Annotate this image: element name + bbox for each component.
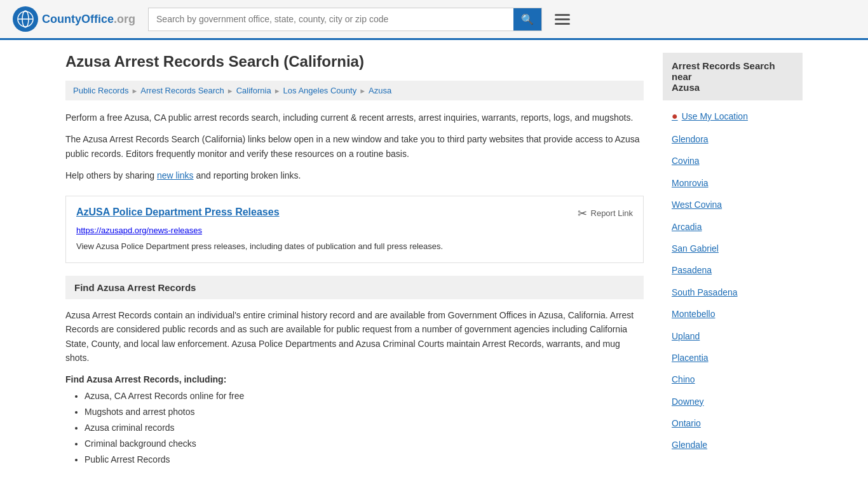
logo-text: CountyOffice.org	[42, 13, 135, 26]
sidebar-link-item[interactable]: Glendora	[663, 128, 803, 150]
description-para1: Perform a free Azusa, CA public arrest r…	[65, 111, 644, 125]
sidebar-link-item[interactable]: Covina	[663, 150, 803, 172]
description-para3-suffix: and reporting broken links.	[194, 170, 301, 180]
sidebar-link-item[interactable]: San Gabriel	[663, 238, 803, 259]
record-card: AzUSA Police Department Press Releases ✂…	[65, 196, 644, 264]
record-card-url-link[interactable]: https://azusapd.org/news-releases	[76, 226, 202, 235]
sidebar-link-item[interactable]: Placentia	[663, 347, 803, 369]
list-item: Public Arrest Records	[85, 453, 644, 466]
sidebar-header: Arrest Records Search near Azusa	[663, 53, 803, 100]
breadcrumb-public-records[interactable]: Public Records	[73, 86, 128, 95]
record-card-url[interactable]: https://azusapd.org/news-releases	[76, 226, 633, 235]
report-link-button[interactable]: ✂ Report Link	[578, 207, 633, 220]
description-para2: The Azusa Arrest Records Search (Califor…	[65, 132, 644, 161]
site-header: CountyOffice.org 🔍	[0, 0, 868, 40]
scissors-icon: ✂	[578, 207, 587, 220]
use-my-location-button[interactable]: ● Use My Location	[663, 108, 803, 128]
sidebar-link-item[interactable]: Ontario	[663, 412, 803, 434]
search-button[interactable]: 🔍	[513, 8, 541, 30]
breadcrumb-azusa[interactable]: Azusa	[369, 86, 391, 95]
search-input[interactable]	[149, 9, 513, 29]
sidebar-link-item[interactable]: Montebello	[663, 303, 803, 325]
sidebar-header-line1: Arrest Records Search near	[672, 60, 775, 82]
sidebar-link-item[interactable]: Pasadena	[663, 259, 803, 281]
list-item: Azusa, CA Arrest Records online for free	[85, 390, 644, 403]
find-section-body: Azusa Arrest Records contain an individu…	[65, 308, 644, 365]
main-container: Azusa Arrest Records Search (California)…	[53, 40, 815, 482]
breadcrumb-arrest-records-search[interactable]: Arrest Records Search	[140, 86, 224, 95]
description-para3-prefix: Help others by sharing	[65, 170, 157, 180]
list-item: Azusa criminal records	[85, 421, 644, 435]
sidebar: Arrest Records Search near Azusa ● Use M…	[663, 53, 803, 469]
breadcrumb-california[interactable]: California	[236, 86, 271, 95]
logo-icon	[13, 6, 38, 32]
logo-area: CountyOffice.org	[13, 6, 135, 32]
sidebar-link-item[interactable]: Chino	[663, 369, 803, 390]
list-item: Criminal background checks	[85, 437, 644, 451]
new-links-link[interactable]: new links	[157, 170, 194, 180]
sidebar-link-item[interactable]: Upland	[663, 325, 803, 347]
sidebar-link-item[interactable]: South Pasadena	[663, 281, 803, 303]
sidebar-links-container: GlendoraCovinaMonroviaWest CovinaArcadia…	[663, 128, 803, 456]
breadcrumb: Public Records ► Arrest Records Search ►…	[65, 81, 644, 100]
record-card-header: AzUSA Police Department Press Releases ✂…	[76, 207, 633, 220]
find-section-subtitle: Find Azusa Arrest Records, including:	[65, 374, 644, 384]
record-card-title[interactable]: AzUSA Police Department Press Releases	[76, 207, 280, 218]
menu-button[interactable]	[555, 14, 570, 25]
content-area: Azusa Arrest Records Search (California)…	[65, 53, 644, 469]
sidebar-link-item[interactable]: Arcadia	[663, 216, 803, 238]
breadcrumb-los-angeles-county[interactable]: Los Angeles County	[283, 86, 357, 95]
sidebar-link-item[interactable]: Glendale	[663, 434, 803, 456]
list-item: Mugshots and arrest photos	[85, 405, 644, 419]
report-link-label: Report Link	[591, 208, 633, 218]
search-bar: 🔍	[148, 8, 542, 31]
breadcrumb-sep-3: ►	[274, 87, 281, 95]
find-section-header: Find Azusa Arrest Records	[65, 276, 644, 299]
record-card-desc: View Azusa Police Department press relea…	[76, 240, 633, 253]
location-pin-icon: ●	[672, 111, 678, 122]
sidebar-header-line2: Azusa	[672, 82, 700, 93]
breadcrumb-sep-1: ►	[131, 87, 138, 95]
use-my-location-label: Use My Location	[682, 111, 748, 121]
find-section: Find Azusa Arrest Records Azusa Arrest R…	[65, 276, 644, 466]
description-para3: Help others by sharing new links and rep…	[65, 168, 644, 182]
breadcrumb-sep-4: ►	[359, 87, 366, 95]
sidebar-link-item[interactable]: Downey	[663, 391, 803, 412]
sidebar-link-item[interactable]: Monrovia	[663, 172, 803, 194]
find-section-list: Azusa, CA Arrest Records online for free…	[85, 390, 644, 466]
breadcrumb-sep-2: ►	[227, 87, 234, 95]
sidebar-link-item[interactable]: West Covina	[663, 194, 803, 215]
page-title: Azusa Arrest Records Search (California)	[65, 53, 644, 71]
search-icon: 🔍	[521, 14, 534, 25]
